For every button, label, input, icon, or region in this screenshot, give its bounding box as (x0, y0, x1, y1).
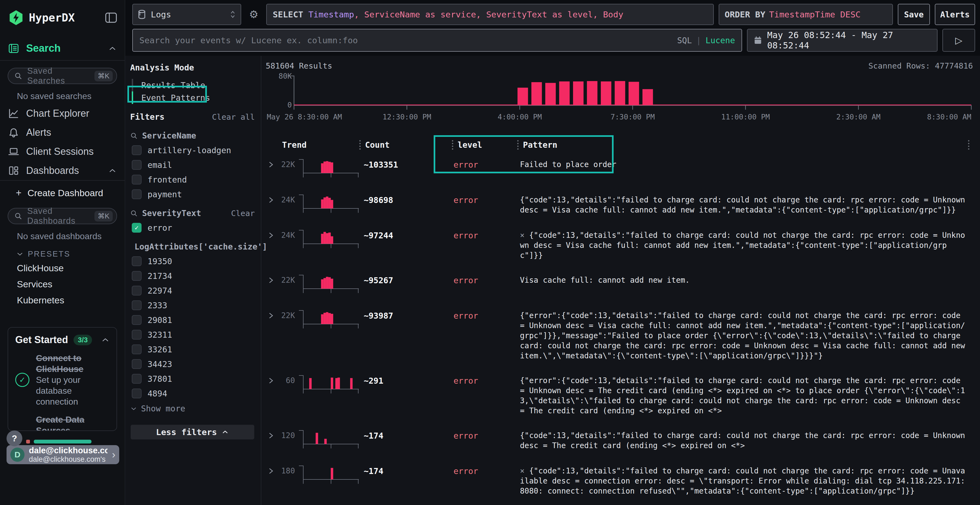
pattern-cell[interactable]: Visa cache full: cannot add new item. (517, 272, 968, 285)
expand-row-button[interactable] (266, 157, 278, 169)
checkbox[interactable] (132, 315, 142, 325)
pattern-row[interactable]: 24K~97244error× {"code":13,"details":"fa… (266, 227, 980, 260)
checkbox[interactable] (132, 330, 142, 340)
checkbox[interactable] (132, 345, 142, 354)
saved-dashboards-input[interactable]: Saved Dashboards ⌘K (8, 208, 117, 224)
filter-option[interactable]: payment (130, 189, 255, 199)
expand-row-button[interactable] (266, 227, 278, 240)
filter-option[interactable]: frontend (130, 175, 255, 184)
pattern-cell[interactable]: {"code":13,"details":"failed to charge c… (517, 428, 968, 451)
sidebar-item-chart-explorer[interactable]: Chart Explorer (0, 104, 125, 123)
checkbox[interactable] (132, 256, 142, 266)
alerts-button[interactable]: Alerts (935, 4, 975, 25)
filter-option[interactable]: 29081 (130, 315, 255, 325)
checkbox[interactable] (132, 300, 142, 310)
drag-handle-icon[interactable] (968, 140, 969, 150)
table-options[interactable] (968, 140, 980, 150)
pattern-row[interactable]: 60~291error{"error":{"code":13,"details"… (266, 373, 980, 416)
collapse-sidebar-icon[interactable] (105, 12, 117, 23)
preset-clickhouse[interactable]: ClickHouse (0, 260, 125, 276)
user-menu[interactable]: D dale@clickhouse.com dale@clickhouse.co… (6, 445, 119, 464)
sidebar-item-dashboards[interactable]: Dashboards (0, 161, 125, 180)
filter-option[interactable]: 32311 (130, 330, 255, 340)
sidebar-item-alerts[interactable]: Alerts (0, 123, 125, 142)
checkbox[interactable] (132, 271, 142, 281)
tab-event-patterns[interactable]: Event Patterns (132, 91, 255, 104)
run-query-button[interactable]: ▷ (942, 29, 975, 52)
get-started-item[interactable]: ✓ Create Data Sources Configure where yo… (15, 414, 110, 431)
clear-all-filters-button[interactable]: Clear all (212, 113, 255, 122)
checkbox[interactable] (132, 389, 142, 399)
checkbox[interactable] (132, 374, 142, 384)
less-filters-button[interactable]: Less filters (130, 425, 254, 440)
filter-option[interactable]: ✓error (130, 223, 255, 233)
pattern-cell[interactable]: {"error":{"code":13,"details":"failed to… (517, 308, 968, 361)
pattern-row[interactable]: 22K~103351errorFailed to place order (266, 157, 980, 180)
get-started-item[interactable]: ✓ Connect to ClickHouse Set up your data… (15, 353, 110, 407)
filter-option[interactable]: 37801 (130, 374, 255, 384)
column-header-pattern[interactable]: Pattern (517, 140, 968, 150)
preset-kubernetes[interactable]: Kubernetes (0, 292, 125, 308)
expand-row-button[interactable] (266, 192, 278, 204)
pattern-row[interactable]: 24K~98698error{"code":13,"details":"fail… (266, 192, 980, 216)
checkbox[interactable] (132, 175, 142, 184)
checkbox[interactable] (132, 359, 142, 369)
sidebar-item-search[interactable]: Search (0, 39, 125, 60)
filter-option[interactable]: email (130, 160, 255, 170)
pattern-cell[interactable]: {"code":13,"details":"failed to charge c… (517, 192, 968, 215)
filter-option[interactable]: 34423 (130, 359, 255, 369)
filter-option[interactable]: 33261 (130, 345, 255, 354)
pattern-cell[interactable]: Failed to place order (517, 157, 968, 170)
tab-results-table[interactable]: Results Table (132, 79, 255, 91)
pattern-row[interactable]: 22K~95267errorVisa cache full: cannot ad… (266, 272, 980, 296)
expand-row-button[interactable] (266, 272, 278, 284)
filter-clear-button[interactable]: Clear (231, 209, 255, 218)
results-histogram[interactable]: 80K0May 26 8:30:00 AM12:30:00 PM4:00:00 … (266, 70, 974, 122)
lucene-mode-toggle[interactable]: Lucene (706, 36, 735, 45)
create-dashboard-button[interactable]: + Create Dashboard (0, 181, 125, 201)
chevron-up-icon[interactable] (101, 337, 110, 343)
pattern-cell[interactable]: {"error":{"code":13,"details":"failed to… (517, 373, 968, 416)
expand-row-button[interactable] (266, 308, 278, 320)
filter-option[interactable]: 4894 (130, 389, 255, 399)
checkbox[interactable]: ✓ (132, 223, 142, 233)
event-search-input[interactable]: Search your events w/ Lucene ex. column:… (132, 29, 742, 52)
checkbox[interactable] (132, 160, 142, 170)
checkbox[interactable] (132, 286, 142, 295)
pattern-row[interactable]: 120~174error{"code":13,"details":"failed… (266, 428, 980, 451)
column-header-level[interactable]: level (449, 140, 517, 150)
presets-toggle[interactable]: PRESETS (0, 244, 125, 260)
pattern-row[interactable]: 22K~93987error{"error":{"code":13,"detai… (266, 308, 980, 361)
drag-handle-icon[interactable] (452, 140, 453, 150)
save-button[interactable]: Save (898, 4, 930, 25)
help-button[interactable]: ? (6, 430, 22, 446)
source-settings-button[interactable]: ⚙ (246, 4, 261, 25)
date-range-picker[interactable]: May 26 08:52:44 - May 27 08:52:44 (747, 29, 937, 52)
checkbox[interactable] (132, 189, 142, 199)
select-query-input[interactable]: SELECT Timestamp, ServiceName as service… (266, 4, 714, 25)
filter-option[interactable]: 19350 (130, 256, 255, 266)
drag-handle-icon[interactable] (360, 140, 361, 150)
expand-row-button[interactable] (266, 428, 278, 440)
column-header-trend[interactable]: Trend (278, 140, 360, 150)
pattern-cell[interactable]: × {"code":13,"details":"failed to charge… (517, 463, 968, 496)
filter-option[interactable]: artillery-loadgen (130, 145, 255, 155)
filter-option[interactable]: 22974 (130, 286, 255, 295)
pattern-row[interactable]: 180~174error× {"code":13,"details":"fail… (266, 463, 980, 496)
sidebar-item-client-sessions[interactable]: Client Sessions (0, 142, 125, 161)
show-more-button[interactable]: Show more (130, 404, 255, 413)
order-by-input[interactable]: ORDER BY TimestampTime DESC (719, 4, 893, 25)
preset-services[interactable]: Services (0, 276, 125, 292)
filter-option[interactable]: 2333 (130, 300, 255, 310)
expand-row-button[interactable] (266, 463, 278, 475)
filter-option[interactable]: 21734 (130, 271, 255, 281)
saved-searches-input[interactable]: Saved Searches ⌘K (8, 68, 117, 84)
drag-handle-icon[interactable] (517, 140, 519, 150)
expand-row-button[interactable] (266, 373, 278, 385)
chevron-up-icon[interactable] (108, 46, 116, 51)
source-select[interactable]: Logs (132, 4, 241, 25)
chevron-up-icon[interactable] (108, 168, 116, 173)
sql-mode-toggle[interactable]: SQL (677, 36, 692, 45)
pattern-cell[interactable]: × {"code":13,"details":"failed to charge… (517, 227, 968, 260)
column-header-count[interactable]: Count (360, 140, 449, 150)
